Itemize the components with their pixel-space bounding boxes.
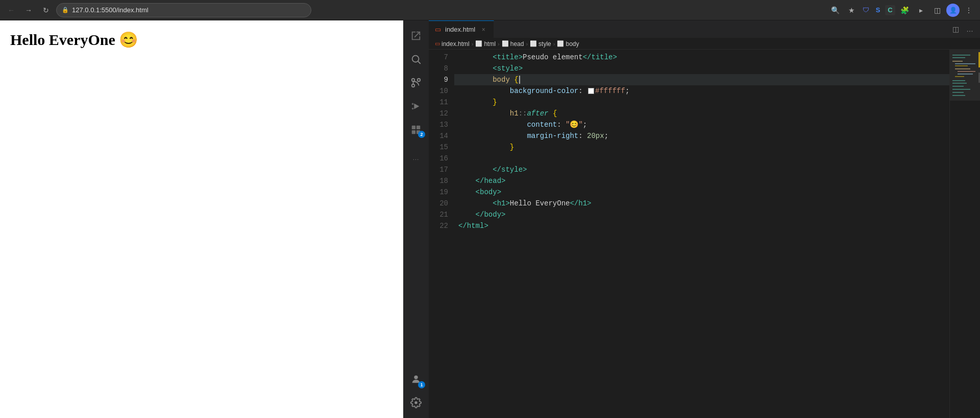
svg-rect-10 [412, 130, 415, 134]
activity-account[interactable]: 1 [405, 368, 427, 390]
svg-point-12 [414, 376, 418, 379]
code-line-15: } [454, 142, 949, 153]
code-line-8: <style> [454, 63, 949, 74]
activity-source-control[interactable] [405, 72, 427, 94]
breadcrumb-head[interactable]: ⬜ head [502, 40, 524, 48]
color-swatch [588, 88, 594, 94]
tab-close-button[interactable]: × [479, 26, 487, 34]
code-line-16 [454, 153, 949, 164]
profile-avatar[interactable]: 👤 [946, 4, 960, 17]
address-bar[interactable]: 🔒 127.0.0.1:5500/index.html [56, 3, 311, 17]
code-line-20: <h1> Hello EveryOne </h1> [454, 198, 949, 209]
breadcrumb-head-icon: ⬜ [502, 40, 509, 47]
breadcrumb-html[interactable]: ⬜ html [475, 40, 496, 48]
tab-actions: ◫ … [949, 20, 980, 38]
tab-bar: ▭ index.html × ◫ … [429, 20, 980, 38]
breadcrumb: ▭ index.html › ⬜ html › ⬜ head › ⬜ style [429, 38, 980, 50]
code-line-12: h1::after { [454, 108, 949, 119]
code-line-19: <body> [454, 187, 949, 198]
code-editor: 7 8 9 10 11 12 13 14 15 16 17 18 19 20 2… [429, 50, 980, 418]
vscode-editor: 2 … 1 ▭ index.html [403, 20, 980, 418]
back-button[interactable]: ← [4, 3, 18, 17]
search-page-button[interactable]: 🔍 [828, 3, 842, 17]
code-line-9: body { [454, 74, 949, 85]
url-text: 127.0.0.1:5500/index.html [72, 6, 149, 14]
svg-rect-8 [412, 126, 415, 129]
activity-search[interactable] [405, 48, 427, 71]
svg-line-1 [418, 61, 420, 63]
svg-point-6 [412, 103, 414, 105]
activity-extensions[interactable]: 2 [405, 119, 427, 141]
activity-bar: 2 … 1 [403, 20, 429, 418]
activity-explorer[interactable] [405, 25, 427, 47]
svg-point-7 [412, 108, 414, 110]
code-line-7: <title>Pseudo element</title> [454, 52, 949, 63]
code-line-22: </html> [454, 220, 949, 231]
code-line-21: </body> [454, 209, 949, 220]
code-line-11: } [454, 97, 949, 108]
main-area: Hello EveryOne 😊 [0, 20, 980, 418]
split-editor-button[interactable]: ◫ [949, 23, 962, 35]
forward-button[interactable]: → [21, 3, 36, 17]
breadcrumb-style-icon: ⬜ [530, 40, 537, 47]
extensions-badge: 2 [418, 131, 425, 138]
tab-html-icon: ▭ [435, 26, 441, 33]
svg-point-3 [412, 84, 415, 87]
code-line-10: background-color : #ffffff ; [454, 85, 949, 97]
s-ext-icon: S [873, 5, 883, 15]
code-line-13: content : "😊" ; [454, 119, 949, 130]
cursor [519, 76, 520, 84]
svg-point-4 [418, 79, 421, 82]
browser-preview: Hello EveryOne 😊 [0, 20, 403, 418]
code-line-14: margin-right : 20px ; [454, 130, 949, 142]
account-badge: 1 [418, 381, 425, 388]
more-actions-button[interactable]: … [964, 23, 976, 35]
breadcrumb-style[interactable]: ⬜ style [530, 40, 551, 48]
svg-marker-5 [414, 104, 419, 109]
tab-index-html[interactable]: ▭ index.html × [429, 20, 494, 38]
code-line-18: </head> [454, 175, 949, 187]
reload-button[interactable]: ↻ [39, 3, 53, 17]
breadcrumb-html-icon: ▭ [435, 40, 440, 47]
lock-icon: 🔒 [62, 7, 69, 13]
extensions-puzzle-button[interactable]: 🧩 [897, 3, 912, 17]
svg-rect-28 [950, 50, 980, 101]
browser-chrome: ← → ↻ 🔒 127.0.0.1:5500/index.html 🔍 ★ 🛡 … [0, 0, 980, 20]
tab-filename: index.html [445, 26, 475, 33]
browser-toolbar: 🔍 ★ 🛡 S C 🧩 ▸ ◫ 👤 ⋮ [828, 3, 976, 17]
activity-run[interactable] [405, 95, 427, 118]
c-ext-icon: C [885, 5, 895, 15]
code-content[interactable]: <title>Pseudo element</title> <style> bo… [454, 50, 949, 418]
split-view-button[interactable]: ◫ [930, 3, 944, 17]
preview-heading: Hello EveryOne 😊 [10, 31, 393, 49]
breadcrumb-html-tag-icon: ⬜ [475, 40, 482, 47]
more-menu-button[interactable]: ⋮ [962, 3, 976, 17]
breadcrumb-body-icon: ⬜ [557, 40, 564, 47]
svg-rect-9 [416, 126, 420, 129]
activity-settings[interactable] [405, 391, 427, 414]
minimap-svg [950, 50, 980, 418]
code-line-17: </style> [454, 164, 949, 175]
bookmark-button[interactable]: ★ [844, 3, 859, 17]
editor-area: ▭ index.html × ◫ … ▭ index.html › ⬜ [429, 20, 980, 418]
media-router-button[interactable]: ▸ [914, 3, 928, 17]
breadcrumb-body[interactable]: ⬜ body [557, 40, 579, 48]
activity-more[interactable]: … [405, 146, 427, 169]
breadcrumb-file[interactable]: ▭ index.html [435, 40, 470, 48]
line-numbers: 7 8 9 10 11 12 13 14 15 16 17 18 19 20 2… [429, 50, 454, 418]
avatar-icon: 👤 [949, 7, 957, 14]
shield-ext-icon: 🛡 [861, 5, 871, 15]
minimap [949, 50, 980, 418]
